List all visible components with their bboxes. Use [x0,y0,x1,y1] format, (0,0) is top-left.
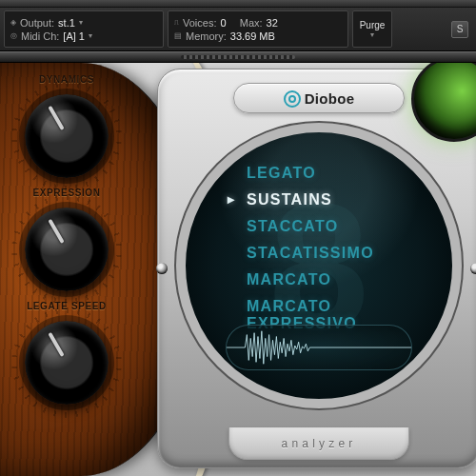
articulation-marcato[interactable]: MARCATO [247,271,414,288]
memory-icon: ▤ [174,31,182,40]
dropdown-icon: ▾ [89,31,92,40]
voices-icon: ⎍ [174,18,179,27]
instrument-body: DYNAMICS EXPRESSION LEGATE SPEED Dioboe … [0,63,476,476]
solo-button[interactable]: S [451,21,468,38]
purge-label: Purge [360,20,386,30]
brand-badge: Dioboe [233,83,405,113]
voices-memory-panel: ⎍ Voices: 0 Max: 32 ▤ Memory: 33.69 MB [168,10,348,48]
memory-row: ▤ Memory: 33.69 MB [169,30,347,43]
waveform-analyzer [226,325,412,370]
max-value[interactable]: 32 [267,17,278,29]
articulation-staccato[interactable]: STACCATO [247,218,414,235]
knob-column: DYNAMICS EXPRESSION LEGATE SPEED [0,74,133,405]
output-row[interactable]: ◈ Output: st.1 ▾ [5,16,163,30]
expression-knob[interactable] [25,208,109,291]
memory-value: 33.69 MB [230,30,275,42]
voices-row: ⎍ Voices: 0 Max: 32 [169,16,347,30]
brand-text: Dioboe [305,90,355,107]
dropdown-icon: ▾ [79,18,83,27]
articulation-legato[interactable]: LEGATO [247,165,414,182]
dynamics-knob[interactable] [25,94,109,178]
midi-label: Midi Ch: [21,30,59,42]
output-icon: ◈ [10,18,16,27]
output-label: Output: [20,17,54,29]
purge-panel[interactable]: Purge ▾ [352,10,392,48]
display-porthole: 8 LEGATO SUSTAINS STACCATO STACATISSIMO … [176,123,462,408]
app-header-strip [0,0,476,8]
midi-value: [A] 1 [63,30,85,42]
voices-label: Voices: [183,17,216,29]
silver-frame: Dioboe 8 LEGATO SUSTAINS STACCATO STACAT… [157,69,476,468]
articulation-list: LEGATO SUSTAINS STACCATO STACATISSIMO MA… [247,165,414,332]
logo-8-icon [284,90,301,108]
dropdown-icon: ▾ [370,30,374,39]
output-midi-panel: ◈ Output: st.1 ▾ ◎ Midi Ch: [A] 1 ▾ [4,10,164,48]
instrument-info-bar: ◈ Output: st.1 ▾ ◎ Midi Ch: [A] 1 ▾ ⎍ Vo… [0,8,476,51]
midi-row[interactable]: ◎ Midi Ch: [A] 1 ▾ [5,30,163,43]
voices-value: 0 [220,17,226,29]
analyzer-label: analyzer [282,437,357,450]
articulation-stacatissimo[interactable]: STACATISSIMO [247,245,414,262]
articulation-sustains[interactable]: SUSTAINS [247,191,414,208]
output-value: st.1 [58,17,75,29]
midi-icon: ◎ [10,31,17,40]
drag-handle[interactable] [0,51,476,63]
max-label: Max: [240,17,263,29]
power-light [411,63,476,142]
memory-label: Memory: [186,30,227,42]
legate-speed-knob[interactable] [25,321,109,405]
